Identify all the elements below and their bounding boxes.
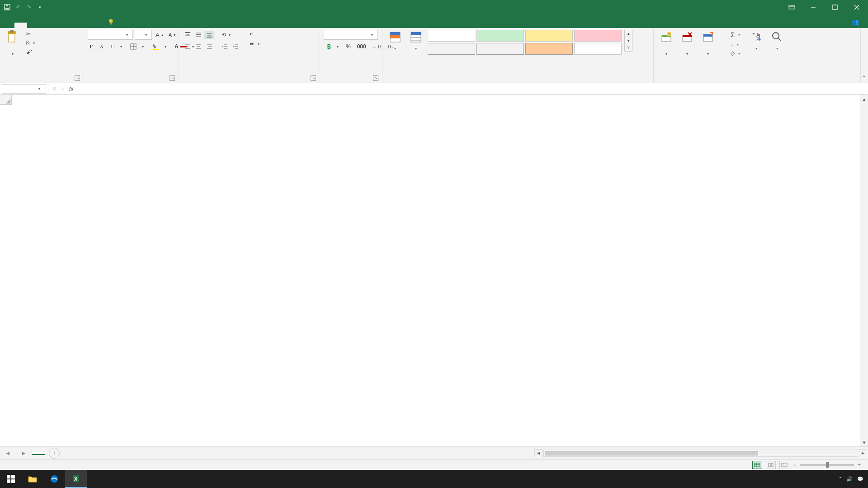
file-explorer-button[interactable]: [22, 470, 43, 488]
excel-button[interactable]: X: [65, 470, 87, 488]
view-normal-button[interactable]: [752, 461, 762, 469]
vertical-scrollbar[interactable]: ▲ ▼: [860, 95, 868, 446]
scroll-right-icon[interactable]: ►: [859, 449, 867, 457]
style-bad[interactable]: [574, 30, 622, 42]
tab-file[interactable]: [0, 23, 14, 28]
align-left-button[interactable]: [183, 42, 193, 51]
fill-button[interactable]: ↓▾: [729, 40, 745, 48]
qat-more-icon[interactable]: ▾: [36, 4, 43, 11]
minimize-icon[interactable]: [806, 0, 821, 14]
view-page-break-button[interactable]: [779, 461, 789, 469]
ribbon-display-icon[interactable]: [784, 0, 799, 14]
autosum-button[interactable]: Σ▾: [729, 30, 745, 39]
align-middle-button[interactable]: [193, 31, 203, 39]
styles-scroll-down[interactable]: ▾: [625, 38, 632, 44]
share-button[interactable]: 👥: [845, 16, 868, 28]
copy-button[interactable]: ⎘▾: [24, 39, 39, 47]
styles-more[interactable]: ⊻: [625, 45, 632, 51]
wrap-text-button[interactable]: ↵: [248, 30, 264, 38]
style-good[interactable]: [476, 30, 524, 42]
number-format-select[interactable]: ▾: [324, 30, 378, 40]
tray-volume-icon[interactable]: 🔊: [846, 476, 853, 482]
italic-button[interactable]: K: [98, 42, 105, 51]
redo-icon[interactable]: ↷: [25, 4, 33, 11]
styles-scroll-up[interactable]: ▴: [625, 30, 632, 37]
style-standard[interactable]: [428, 30, 475, 42]
tab-view[interactable]: [90, 23, 103, 28]
horizontal-scrollbar[interactable]: ◄ ►: [533, 447, 868, 459]
align-bottom-button[interactable]: [204, 31, 214, 39]
bold-button[interactable]: F: [88, 42, 94, 51]
find-select-button[interactable]: ▾: [768, 30, 786, 52]
decrease-indent-button[interactable]: [220, 42, 230, 51]
underline-button[interactable]: U: [109, 42, 117, 51]
grow-font-button[interactable]: A▴: [154, 31, 165, 39]
format-cells-button[interactable]: ▾: [699, 30, 717, 58]
style-calc[interactable]: [476, 43, 524, 55]
align-center-button[interactable]: [193, 42, 203, 51]
tab-layout[interactable]: [40, 23, 52, 28]
delete-cells-button[interactable]: ▾: [678, 30, 696, 58]
align-right-button[interactable]: [204, 42, 214, 51]
conditional-formatting-button[interactable]: ▾: [386, 30, 404, 52]
sort-filter-button[interactable]: AZ ▾: [747, 30, 765, 52]
tray-notifications-icon[interactable]: 💬: [857, 476, 863, 482]
tell-me[interactable]: 💡: [103, 16, 122, 28]
tab-review[interactable]: [78, 23, 90, 28]
style-neutral[interactable]: [525, 30, 573, 42]
start-button[interactable]: [0, 470, 22, 488]
tab-home[interactable]: [14, 23, 27, 28]
style-explain[interactable]: [574, 43, 622, 55]
scroll-up-icon[interactable]: ▲: [860, 95, 868, 103]
save-icon[interactable]: [4, 4, 11, 11]
enter-formula-icon[interactable]: ✓: [61, 85, 66, 92]
align-top-button[interactable]: [183, 31, 193, 39]
cut-button[interactable]: ✂: [24, 30, 39, 38]
add-sheet-button[interactable]: ＋: [49, 448, 60, 459]
comma-button[interactable]: 000: [355, 42, 368, 51]
fx-icon[interactable]: fx: [69, 85, 74, 92]
formula-input[interactable]: [77, 83, 868, 94]
zoom-slider[interactable]: [800, 464, 854, 466]
orientation-button[interactable]: ⟲: [220, 31, 228, 39]
merge-center-button[interactable]: ⬌▾: [248, 40, 264, 48]
maximize-icon[interactable]: [827, 0, 843, 14]
increase-indent-button[interactable]: [231, 42, 241, 51]
fill-color-button[interactable]: [150, 42, 161, 51]
sheet-tab[interactable]: [32, 451, 45, 455]
clear-button[interactable]: ◇▾: [729, 49, 745, 57]
view-page-layout-button[interactable]: [766, 461, 776, 469]
sheet-nav-next-icon[interactable]: ►: [21, 450, 27, 456]
cancel-formula-icon[interactable]: ✕: [52, 85, 57, 92]
borders-button[interactable]: [128, 42, 138, 51]
percent-button[interactable]: %: [344, 42, 353, 51]
paste-button[interactable]: ▾: [4, 30, 22, 58]
tab-formulas[interactable]: [52, 23, 65, 28]
font-name-select[interactable]: ▾: [88, 30, 133, 40]
format-painter-button[interactable]: 🖌: [24, 48, 39, 56]
tab-data[interactable]: [65, 23, 78, 28]
font-launcher[interactable]: ↘: [170, 75, 175, 81]
name-box[interactable]: ▾: [2, 84, 46, 94]
insert-cells-button[interactable]: ▾: [657, 30, 675, 58]
style-input[interactable]: [525, 43, 573, 55]
collapse-ribbon-icon[interactable]: ⌃: [862, 75, 866, 81]
undo-icon[interactable]: ↶: [14, 4, 22, 11]
tab-insert[interactable]: [27, 23, 40, 28]
number-launcher[interactable]: ↘: [373, 75, 378, 81]
font-size-select[interactable]: ▾: [135, 30, 152, 40]
edge-button[interactable]: [43, 470, 65, 488]
format-as-table-button[interactable]: ▾: [407, 30, 425, 52]
currency-button[interactable]: 💲: [324, 42, 334, 51]
zoom-in-button[interactable]: +: [858, 462, 861, 468]
zoom-out-button[interactable]: −: [793, 462, 796, 468]
sheet-nav-prev-icon[interactable]: ◄: [5, 450, 11, 456]
close-icon[interactable]: [849, 0, 864, 14]
style-output[interactable]: [428, 43, 475, 55]
tray-up-icon[interactable]: ˄: [839, 476, 842, 482]
select-all-corner[interactable]: [0, 95, 12, 105]
alignment-launcher[interactable]: ↘: [311, 75, 316, 81]
scroll-down-icon[interactable]: ▼: [860, 438, 868, 446]
clipboard-launcher[interactable]: ↘: [75, 75, 80, 81]
scroll-left-icon[interactable]: ◄: [534, 449, 542, 457]
